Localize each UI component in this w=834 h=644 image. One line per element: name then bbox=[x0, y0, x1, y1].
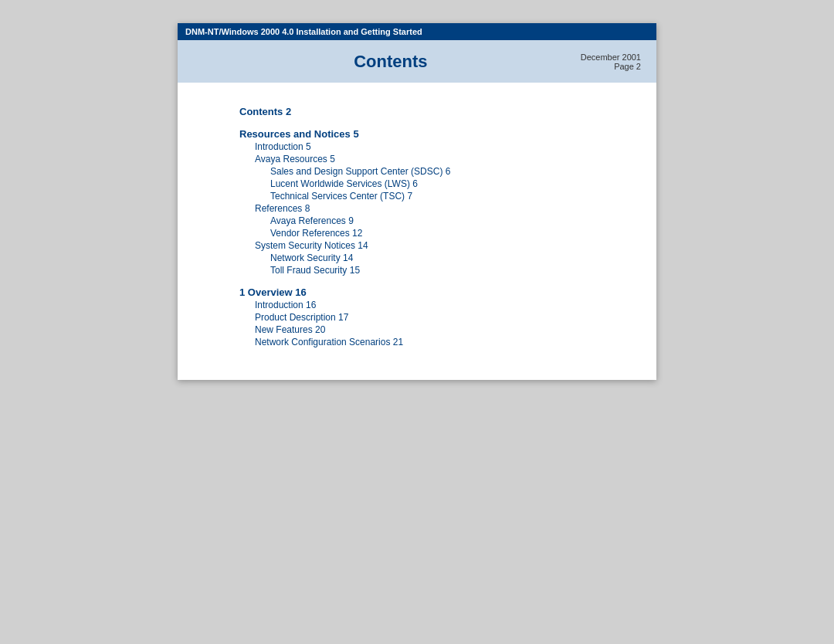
toc-entry: Network Security 14 bbox=[239, 253, 595, 263]
date-info: December 2001 Page 2 bbox=[581, 53, 641, 71]
toc-content: Contents 2Resources and Notices 5Introdu… bbox=[178, 83, 656, 380]
date-text: December 2001 bbox=[581, 53, 641, 62]
toc-section-header: Contents 2 bbox=[239, 106, 595, 117]
toc-entry: Product Description 17 bbox=[239, 312, 595, 323]
toc-entry: Avaya References 9 bbox=[239, 215, 595, 226]
toc-entry: System Security Notices 14 bbox=[239, 240, 595, 251]
toc-entry: Lucent Worldwide Services (LWS) 6 bbox=[239, 178, 595, 189]
toc-entry: Toll Fraud Security 15 bbox=[239, 265, 595, 276]
toc-entry: References 8 bbox=[239, 203, 595, 214]
toc-entry: Avaya Resources 5 bbox=[239, 154, 595, 164]
toc-section-header: 1 Overview 16 bbox=[239, 286, 595, 298]
toc-entry: Introduction 5 bbox=[239, 141, 595, 152]
toc-entry: New Features 20 bbox=[239, 324, 595, 335]
toc-entry: Vendor References 12 bbox=[239, 228, 595, 239]
toc-section-header: Resources and Notices 5 bbox=[239, 128, 595, 140]
header-bar: DNM-NT/Windows 2000 4.0 Installation and… bbox=[178, 23, 656, 40]
header-bar-text: DNM-NT/Windows 2000 4.0 Installation and… bbox=[185, 27, 422, 36]
toc-entry: Introduction 16 bbox=[239, 300, 595, 310]
page-title: Contents bbox=[185, 52, 581, 72]
title-area: Contents December 2001 Page 2 bbox=[178, 40, 656, 83]
toc-entry: Sales and Design Support Center (SDSC) 6 bbox=[239, 166, 595, 177]
page-container: DNM-NT/Windows 2000 4.0 Installation and… bbox=[178, 23, 656, 380]
toc-entry: Network Configuration Scenarios 21 bbox=[239, 337, 595, 347]
toc-entry: Technical Services Center (TSC) 7 bbox=[239, 191, 595, 202]
page-number: Page 2 bbox=[581, 62, 641, 71]
